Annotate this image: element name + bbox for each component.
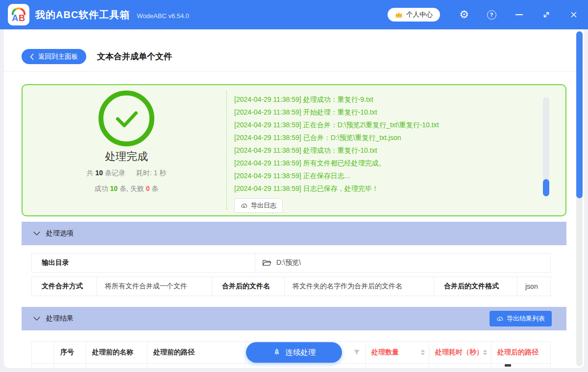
app-logo-icon: A B (9, 5, 28, 24)
close-button[interactable] (560, 0, 588, 29)
maximize-button[interactable] (533, 0, 560, 29)
status-title: 处理完成 (73, 149, 180, 164)
fail-count: 0 (146, 185, 150, 192)
col-path-after: 处理后的路径 (491, 342, 550, 363)
chevron-down-icon (33, 232, 40, 235)
log-line: [2024-04-29 11:38:59] 所有文件都已经处理完成。 (234, 157, 538, 169)
log-scrollbar-thumb[interactable] (543, 179, 549, 196)
output-dir-path: D:\预览\ (276, 258, 301, 267)
user-center-button[interactable]: 个人中心 (388, 8, 440, 22)
process-log-list: [2024-04-29 11:38:59] 处理成功：重复行-9.txt [20… (234, 93, 538, 195)
log-line: [2024-04-29 11:38:59] 正在保存日志... (234, 169, 538, 182)
col-path-before: 处理前的路径 (147, 342, 245, 363)
cloud-download-icon (496, 315, 503, 322)
gear-icon: ⚙ (459, 9, 469, 20)
back-button-label: 返回到主面板 (38, 52, 78, 61)
app-logo: A B (8, 4, 29, 25)
export-log-button[interactable]: 导出日志 (234, 198, 283, 213)
help-button[interactable]: ? (478, 0, 505, 29)
file-name-label: 合并后的文件名 (212, 277, 285, 296)
folder-icon (262, 259, 271, 267)
log-line: [2024-04-29 11:38:59] 正在合并：D:\预览2\重复行_tx… (234, 118, 538, 131)
log-line: [2024-04-29 11:38:59] 开始处理：重复行-10.txt (234, 106, 538, 118)
record-summary: 共 10 条记录 耗时: 1 秒 (48, 169, 205, 178)
table-row (31, 364, 551, 368)
output-dir-label: 输出目录 (32, 254, 255, 272)
col-count: 处理数量 (366, 342, 429, 363)
success-count: 10 (110, 185, 118, 192)
crown-icon (395, 11, 403, 18)
page-title: 文本合并成单个文件 (97, 51, 172, 62)
col-elapsed: 处理耗时（秒） (429, 342, 491, 363)
log-line: [2024-04-29 11:38:59] 日志已保存，处理完毕！ (234, 182, 538, 195)
output-dir-row: 输出目录 D:\预览\ (31, 253, 551, 273)
chevron-left-icon (30, 53, 34, 60)
log-line: [2024-04-29 11:38:59] 已合并：D:\预览\重复行_txt.… (234, 131, 538, 144)
sort-caret[interactable] (483, 349, 487, 355)
user-center-label: 个人中心 (406, 10, 433, 19)
chevron-down-icon (33, 317, 40, 321)
continue-processing-label: 连续处理 (286, 348, 316, 358)
header-divider (4, 71, 576, 71)
minimize-icon (515, 14, 523, 15)
file-name-value: 将文件夹的名字作为合并后的文件名 (285, 277, 434, 296)
success-ring (98, 91, 154, 146)
check-icon (107, 99, 146, 138)
output-dir-value: D:\预览\ (255, 254, 550, 272)
rocket-icon (272, 348, 281, 357)
results-section-title: 处理结果 (46, 314, 74, 323)
close-icon (570, 11, 578, 19)
svg-text:B: B (19, 13, 25, 23)
minimize-button[interactable] (505, 0, 533, 29)
export-result-list-label: 导出结果列表 (507, 314, 545, 323)
merge-mode-value: 将所有文件合并成一个文件 (97, 277, 212, 296)
success-fail-summary: 成功 10 条, 失败 0 条 (48, 185, 205, 193)
options-section-header[interactable]: 处理选项 (22, 222, 566, 245)
help-icon: ? (487, 10, 496, 20)
back-to-dashboard-button[interactable]: 返回到主面板 (22, 49, 86, 64)
merge-mode-label: 文件合并方式 (32, 277, 97, 296)
merge-options-row: 文件合并方式 将所有文件合并成一个文件 合并后的文件名 将文件夹的名字作为合并后… (31, 277, 551, 296)
app-title: 我的ABC软件工具箱 (35, 8, 130, 22)
panel-divider (226, 91, 227, 209)
export-result-list-button[interactable]: 导出结果列表 (490, 311, 552, 326)
col-name-before: 处理前的名称 (86, 342, 147, 363)
titlebar: A B 我的ABC软件工具箱 WodeABC v6.54.0 个人中心 ⚙ ? (0, 0, 588, 29)
log-line: [2024-04-29 11:38:59] 处理成功：重复行-9.txt (234, 93, 538, 106)
format-value: json (517, 277, 550, 296)
export-log-label: 导出日志 (251, 201, 276, 210)
svg-text:A: A (12, 13, 18, 23)
continue-processing-button[interactable]: 连续处理 (246, 342, 342, 363)
format-label: 合并后的文件格式 (434, 277, 517, 296)
row-content-clipped (505, 364, 511, 367)
app-version: WodeABC v6.54.0 (137, 12, 189, 20)
log-line: [2024-04-29 11:38:59] 处理成功：重复行-10.txt (234, 144, 538, 157)
elapsed-time: 耗时: 1 秒 (136, 169, 166, 177)
filter-funnel-icon[interactable] (353, 349, 360, 356)
col-index: 序号 (54, 342, 86, 363)
sort-caret[interactable] (421, 349, 425, 355)
page-scrollbar-thumb[interactable] (576, 31, 583, 198)
results-section-header[interactable]: 处理结果 导出结果列表 (22, 307, 566, 330)
options-section-title: 处理选项 (46, 229, 74, 238)
cloud-download-icon (241, 202, 247, 209)
select-column-header (32, 342, 54, 363)
maximize-icon (542, 11, 550, 19)
total-count: 10 (96, 169, 103, 177)
settings-button[interactable]: ⚙ (450, 0, 478, 29)
